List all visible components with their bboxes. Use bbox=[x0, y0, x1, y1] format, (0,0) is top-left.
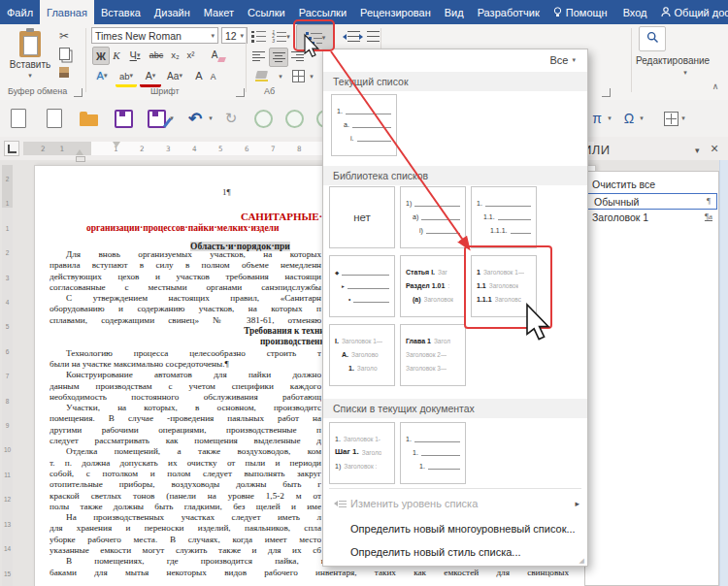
styles-pane-caret-button[interactable]: ▾ bbox=[695, 146, 700, 155]
menu-item-change-list-level[interactable]: Изменить уровень списка ▸ bbox=[323, 492, 587, 515]
tab-home[interactable]: Главная bbox=[40, 0, 94, 24]
font-size-select[interactable]: 12 ▾ bbox=[221, 27, 248, 44]
toolbar-extra-button-2[interactable] bbox=[283, 108, 305, 129]
list-line bbox=[357, 132, 392, 142]
list-num: 1. bbox=[337, 108, 343, 114]
tab-help[interactable]: Помощн bbox=[546, 0, 614, 24]
open-button[interactable] bbox=[78, 108, 99, 129]
doc-list-item-nested-ones[interactable]: 1. 1. 1. bbox=[400, 422, 466, 484]
hanging-indent-marker[interactable] bbox=[76, 149, 83, 155]
align-center-button[interactable] bbox=[269, 48, 288, 67]
underline-button[interactable]: Ч▾ bbox=[125, 47, 145, 63]
clipboard-dialog-launcher-icon[interactable] bbox=[74, 88, 83, 97]
tab-file[interactable]: Файл bbox=[0, 0, 40, 24]
save-as-caret-button[interactable]: ▾ bbox=[167, 108, 177, 129]
left-indent-marker[interactable] bbox=[76, 156, 85, 162]
paste-button[interactable]: Вставить ▾ bbox=[8, 26, 52, 84]
sign-in-button[interactable]: Вход bbox=[616, 0, 654, 24]
tab-design[interactable]: Дизайн bbox=[148, 0, 197, 24]
library-item-decimal[interactable]: 1. 1.1. 1.1.1. bbox=[471, 186, 537, 248]
grow-font-button[interactable]: А bbox=[192, 67, 206, 84]
style-item-heading1[interactable]: Заголовок 1 ¶а bbox=[585, 210, 718, 226]
clear-all-style-item[interactable]: Очистить все bbox=[585, 177, 718, 193]
library-item-chapter[interactable]: Глава 1Загол Заголовок 2— Заголовок 3— bbox=[400, 324, 466, 386]
library-item-bullets[interactable]: ◆ ▸ • bbox=[329, 255, 395, 317]
cut-button[interactable]: ✂ bbox=[55, 28, 73, 44]
list-num: 1 bbox=[477, 269, 480, 276]
superscript-button[interactable]: x² bbox=[183, 47, 198, 63]
shrink-font-button[interactable]: А bbox=[207, 69, 219, 84]
collapse-ribbon-button[interactable]: ∧ bbox=[709, 81, 722, 92]
decrease-indent-button[interactable] bbox=[338, 27, 355, 46]
italic-button[interactable]: К bbox=[110, 47, 123, 63]
current-list-preview[interactable]: 1. a. i. bbox=[331, 94, 397, 156]
align-left-button[interactable] bbox=[249, 48, 267, 65]
tab-selector[interactable] bbox=[4, 141, 19, 156]
undo-caret-button[interactable]: ▾ bbox=[206, 108, 215, 129]
format-painter-button[interactable] bbox=[56, 64, 72, 80]
tab-insert[interactable]: Вставка bbox=[94, 0, 148, 24]
share-button[interactable]: Общий доступ bbox=[654, 0, 728, 24]
styles-pane-close-button[interactable]: × bbox=[711, 141, 718, 156]
redo-button[interactable]: ↻ bbox=[220, 108, 242, 129]
tab-review[interactable]: Рецензирован bbox=[353, 0, 438, 24]
library-item-article-section[interactable]: Статья I.Заг Раздел 1.01: (a)Заголовок bbox=[400, 255, 466, 317]
strikethrough-button[interactable]: abc bbox=[147, 47, 166, 63]
subscript-button[interactable]: x₂ bbox=[168, 47, 182, 63]
shading-button[interactable] bbox=[249, 67, 273, 85]
vertical-scrollbar[interactable] bbox=[719, 160, 728, 586]
doc-line: Участки, на которых, в основном, произво… bbox=[50, 403, 321, 413]
table-button[interactable] bbox=[660, 108, 681, 129]
text-effects-button[interactable]: А▾ bbox=[92, 67, 112, 84]
multilevel-list-dropdown: Все ▾ Текущий список 1. a. i. Библиотека… bbox=[322, 49, 588, 567]
borders-button[interactable] bbox=[289, 67, 307, 85]
numbering-button[interactable]: 123 ▾ bbox=[270, 27, 292, 46]
bullets-button[interactable] bbox=[249, 27, 268, 46]
new-page-button[interactable] bbox=[44, 108, 65, 129]
vertical-ruler[interactable]: 2 1 1 2 3 4 5 6 7 8 9 10 11 12 13 14 15 bbox=[2, 165, 13, 586]
style-item-normal[interactable]: Обычный ¶ bbox=[586, 193, 717, 210]
tab-mailings[interactable]: Рассылки bbox=[292, 0, 353, 24]
doc-line: С утверждением настоящих правил, «Санита… bbox=[50, 293, 321, 304]
equation-button[interactable]: π bbox=[589, 108, 605, 129]
save-button[interactable] bbox=[113, 108, 134, 129]
library-item-paren-numbers[interactable]: 1) a) i) bbox=[400, 186, 466, 248]
library-item-roman-heading[interactable]: I.Заголовок 1— A.Заголово 1.Заголо bbox=[329, 324, 395, 386]
first-line-indent-marker[interactable] bbox=[113, 142, 120, 147]
borders-caret-button[interactable]: ▾ bbox=[307, 67, 316, 85]
tab-view[interactable]: Вид bbox=[438, 0, 471, 24]
find-button[interactable] bbox=[639, 26, 666, 51]
bold-button[interactable]: Ж bbox=[92, 47, 110, 65]
menu-item-define-new-list-style[interactable]: Определить новый стиль списка... bbox=[323, 540, 587, 564]
tab-developer[interactable]: Разработчик bbox=[471, 0, 546, 24]
change-case-button[interactable]: Аа▾ bbox=[164, 67, 185, 84]
library-item-none[interactable]: нет bbox=[329, 186, 395, 248]
clear-formatting-button[interactable]: А bbox=[206, 47, 223, 63]
equation-caret-button[interactable]: ▾ bbox=[606, 108, 613, 129]
symbol-button[interactable]: Ω bbox=[621, 108, 637, 129]
tab-references[interactable]: Ссылки bbox=[241, 0, 292, 24]
highlight-color-button[interactable]: ab▾ bbox=[116, 67, 137, 87]
editing-caret-button[interactable]: ▾ bbox=[679, 68, 691, 78]
font-dialog-launcher-icon[interactable] bbox=[236, 88, 245, 97]
resize-grip-icon[interactable]: ◢ bbox=[579, 557, 584, 565]
copy-button[interactable] bbox=[56, 46, 72, 61]
doc-list-item-step[interactable]: 1.Заголовок 1- Шаг 1.Заголо 1)Заголовок … bbox=[329, 422, 395, 484]
new-document-button[interactable] bbox=[8, 108, 29, 129]
save-as-button[interactable] bbox=[146, 108, 167, 129]
align-right-button[interactable] bbox=[288, 48, 306, 65]
gallery-filter-select[interactable]: Все ▾ bbox=[550, 54, 576, 66]
font-color-button[interactable]: А▾ bbox=[140, 67, 161, 87]
toolbar-extra-button-1[interactable] bbox=[252, 108, 274, 129]
symbol-caret-button[interactable]: ▾ bbox=[638, 108, 645, 129]
font-name-select[interactable]: Times New Roman ▾ bbox=[91, 27, 218, 44]
styles-dialog-launcher-icon[interactable] bbox=[602, 88, 611, 97]
save-icon bbox=[115, 110, 133, 128]
library-item-heading-decimal[interactable]: 1Заголовок 1— 1.1Заголовок 1.1.1Заголовс bbox=[471, 255, 537, 317]
menu-item-define-new-multilevel-list[interactable]: Определить новый многоуровневый список..… bbox=[323, 517, 587, 540]
undo-button[interactable]: ↶ bbox=[184, 108, 206, 129]
shading-caret-button[interactable]: ▾ bbox=[276, 67, 285, 85]
table-caret-button[interactable]: ▾ bbox=[679, 108, 687, 129]
increase-indent-button[interactable] bbox=[357, 27, 375, 46]
tab-layout[interactable]: Макет bbox=[197, 0, 241, 24]
